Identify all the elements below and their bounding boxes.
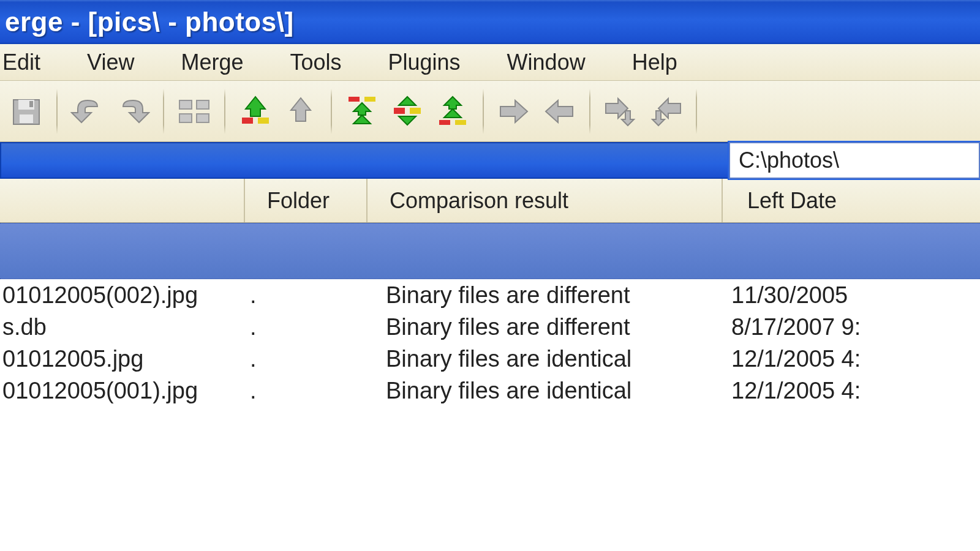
svg-rect-9 <box>258 118 269 124</box>
cell-result: Binary files are identical <box>368 346 723 372</box>
current-diff-icon <box>390 94 424 129</box>
panes-icon <box>177 97 211 126</box>
svg-rect-12 <box>394 108 405 114</box>
copy-left-icon <box>542 98 576 125</box>
diff-down-icon <box>238 94 273 129</box>
column-folder[interactable]: Folder <box>245 179 368 222</box>
svg-rect-13 <box>410 108 421 114</box>
column-headers: Folder Comparison result Left Date <box>0 179 980 223</box>
cell-date: 12/1/2005 4: <box>723 346 980 372</box>
toolbar-separator <box>331 89 332 134</box>
menu-plugins[interactable]: Plugins <box>365 50 484 75</box>
redo-icon <box>116 98 150 125</box>
cell-folder: . <box>245 282 368 309</box>
toolbar <box>0 81 980 142</box>
svg-rect-14 <box>439 120 450 125</box>
merge-right-icon <box>603 96 638 127</box>
cell-filename: 01012005(002).jpg <box>0 282 245 309</box>
menubar: Edit View Merge Tools Plugins Window Hel… <box>0 44 980 81</box>
table-row[interactable]: 01012005.jpg . Binary files are identica… <box>0 343 980 375</box>
first-diff-button[interactable] <box>341 89 383 134</box>
svg-rect-7 <box>197 114 209 122</box>
last-diff-icon <box>435 94 470 129</box>
first-diff-icon <box>345 94 379 129</box>
save-button[interactable] <box>5 89 48 134</box>
svg-rect-6 <box>179 114 192 122</box>
cell-filename: 01012005(001).jpg <box>0 378 245 404</box>
toolbar-separator <box>696 89 697 134</box>
cell-result: Binary files are different <box>368 282 723 309</box>
cell-date: 11/30/2005 <box>723 282 980 309</box>
selected-row-highlight[interactable] <box>0 223 980 279</box>
menu-edit[interactable]: Edit <box>0 50 64 75</box>
prev-diff-button[interactable] <box>279 89 322 134</box>
right-path-field[interactable]: C:\photos\ <box>729 142 980 179</box>
table-row[interactable]: 01012005(002).jpg . Binary files are dif… <box>0 279 980 311</box>
cell-filename: 01012005.jpg <box>0 346 245 372</box>
svg-rect-11 <box>364 97 375 102</box>
path-bar: C:\photos\ <box>0 142 980 179</box>
copy-right-button[interactable] <box>492 89 535 134</box>
merge-right-button[interactable] <box>599 89 642 134</box>
toolbar-separator <box>589 89 590 134</box>
svg-rect-5 <box>197 100 209 109</box>
cell-folder: . <box>245 314 368 340</box>
svg-rect-10 <box>349 97 360 102</box>
results-list: 01012005(002).jpg . Binary files are dif… <box>0 279 980 407</box>
column-leftdate[interactable]: Left Date <box>723 179 980 222</box>
toolbar-separator <box>483 89 484 134</box>
right-path-text: C:\photos\ <box>739 148 839 173</box>
table-row[interactable]: 01012005(001).jpg . Binary files are ide… <box>0 375 980 407</box>
merge-left-icon <box>649 96 683 127</box>
cell-date: 8/17/2007 9: <box>723 314 980 340</box>
window-titlebar[interactable]: erge - [pics\ - photos\] <box>0 0 980 44</box>
column-filename[interactable] <box>0 179 245 222</box>
left-path-field[interactable] <box>0 142 729 179</box>
menu-tools[interactable]: Tools <box>266 50 364 75</box>
copy-right-icon <box>497 98 531 125</box>
menu-merge[interactable]: Merge <box>157 50 266 75</box>
diff-up-icon <box>284 94 318 129</box>
redo-button[interactable] <box>111 89 154 134</box>
cell-folder: . <box>245 346 368 372</box>
svg-rect-3 <box>29 101 33 107</box>
toolbar-separator <box>224 89 225 134</box>
svg-rect-15 <box>455 120 466 125</box>
last-diff-button[interactable] <box>431 89 474 134</box>
cell-result: Binary files are identical <box>368 378 723 404</box>
save-icon <box>11 96 42 127</box>
table-row[interactable]: s.db . Binary files are different 8/17/2… <box>0 311 980 343</box>
svg-rect-8 <box>242 118 253 124</box>
cell-date: 12/1/2005 4: <box>723 378 980 404</box>
svg-rect-4 <box>179 100 192 109</box>
undo-button[interactable] <box>66 89 109 134</box>
cell-result: Binary files are different <box>368 314 723 340</box>
toolbar-separator <box>163 89 164 134</box>
window-title: erge - [pics\ - photos\] <box>5 7 294 37</box>
svg-rect-2 <box>20 114 33 123</box>
cell-filename: s.db <box>0 314 245 340</box>
panes-button[interactable] <box>173 89 216 134</box>
toolbar-separator <box>56 89 58 134</box>
current-diff-button[interactable] <box>386 89 429 134</box>
copy-left-button[interactable] <box>538 89 581 134</box>
merge-left-button[interactable] <box>644 89 687 134</box>
next-diff-button[interactable] <box>234 89 277 134</box>
undo-icon <box>70 98 105 125</box>
column-result[interactable]: Comparison result <box>368 179 723 222</box>
menu-window[interactable]: Window <box>484 50 609 75</box>
cell-folder: . <box>245 378 368 404</box>
menu-view[interactable]: View <box>64 50 157 75</box>
menu-help[interactable]: Help <box>609 50 701 75</box>
